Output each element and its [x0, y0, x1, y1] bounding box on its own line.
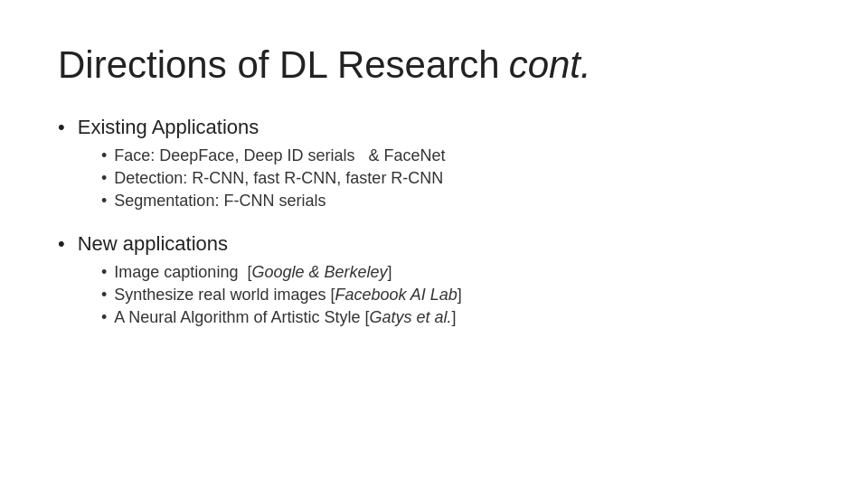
- bullet-icon: [101, 169, 107, 188]
- list-item: A Neural Algorithm of Artistic Style [Ga…: [101, 308, 810, 327]
- bullet-icon: [101, 263, 107, 282]
- bullet-icon: [101, 146, 107, 165]
- list-item: Face: DeepFace, Deep ID serials & FaceNe…: [101, 146, 810, 165]
- list-item: Image captioning [Google & Berkeley]: [101, 263, 810, 282]
- list-item: Synthesize real world images [Facebook A…: [101, 286, 810, 305]
- section-existing-header: Existing Applications: [58, 116, 810, 139]
- section-new-header: New applications: [58, 232, 810, 256]
- title-italic: cont.: [509, 43, 591, 87]
- section-existing-applications: Existing Applications Face: DeepFace, De…: [58, 116, 810, 211]
- new-applications-list: Image captioning [Google & Berkeley] Syn…: [101, 263, 810, 327]
- list-item: Segmentation: F-CNN serials: [101, 192, 810, 211]
- slide-title: Directions of DL Research cont.: [58, 43, 810, 87]
- section-new-applications: New applications Image captioning [Googl…: [58, 232, 810, 327]
- bullet-icon: [101, 192, 107, 211]
- existing-applications-list: Face: DeepFace, Deep ID serials & FaceNe…: [101, 146, 810, 211]
- bullet-icon: [101, 286, 107, 305]
- bullet-icon: [101, 308, 107, 327]
- list-item: Detection: R-CNN, fast R-CNN, faster R-C…: [101, 169, 810, 188]
- title-regular: Directions of DL Research: [58, 43, 500, 87]
- slide: Directions of DL Research cont. Existing…: [0, 0, 868, 488]
